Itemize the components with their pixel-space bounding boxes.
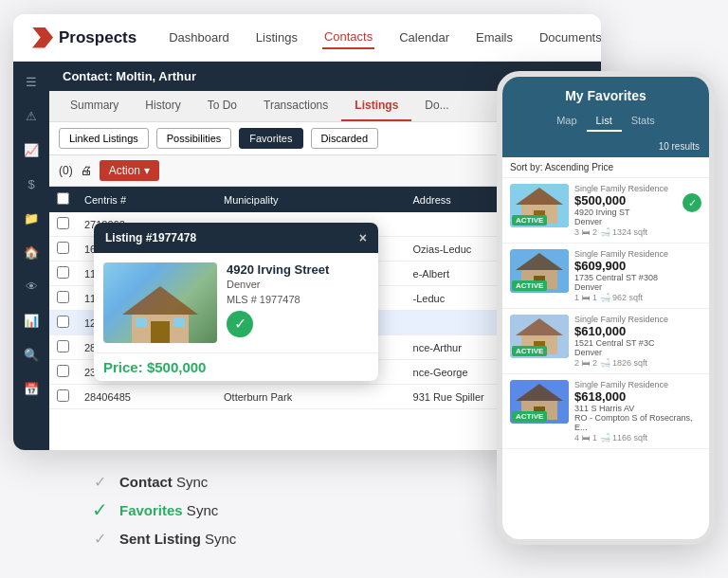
listing-city: Denver — [574, 217, 677, 226]
mobile-listing-item[interactable]: ACTIVE Single Family Residence $618,000 … — [502, 374, 709, 449]
possibilities-button[interactable]: Possibilities — [156, 128, 231, 149]
sidebar-folder-icon[interactable]: 📁 — [21, 208, 42, 228]
action-label: Action — [109, 164, 140, 177]
dropdown-arrow-icon: ▾ — [144, 164, 150, 177]
sidebar-alert-icon[interactable]: ⚠ — [21, 105, 42, 126]
listing-city: RO - Compton S of Rosecrans, E... — [574, 413, 701, 432]
sync-contact-item: ✓ Contact Sync — [89, 471, 236, 492]
mobile-tab-map[interactable]: Map — [547, 111, 586, 132]
popup-city: Denver — [227, 279, 369, 290]
mobile-listing-item[interactable]: ACTIVE Single Family Residence $610,000 … — [502, 309, 709, 374]
favorites-sync-check-icon: ✓ — [89, 499, 110, 520]
nav-dashboard[interactable]: Dashboard — [167, 27, 231, 48]
top-nav: Prospects Dashboard Listings Contacts Ca… — [13, 14, 601, 62]
favorites-button[interactable]: Favorites — [239, 128, 302, 149]
listing-price: $500,000 — [574, 193, 677, 208]
select-all-checkbox[interactable] — [57, 192, 69, 205]
sidebar-chart-icon[interactable]: 📈 — [21, 139, 42, 160]
sidebar-stats-icon[interactable]: 📊 — [21, 310, 42, 331]
nav-emails[interactable]: Emails — [474, 27, 515, 48]
listing-address: 1521 Central ST #3C — [574, 338, 701, 348]
popup-checkmark-icon: ✓ — [227, 311, 253, 337]
sidebar-calendar-icon[interactable]: 📅 — [21, 378, 42, 399]
contact-sync-check-icon: ✓ — [89, 471, 110, 492]
logo-icon — [32, 27, 53, 48]
listing-type: Single Family Residence — [574, 380, 701, 389]
action-dropdown-button[interactable]: Action ▾ — [100, 160, 159, 181]
sidebar-home-icon[interactable]: 🏠 — [21, 242, 42, 262]
price-label: Price: — [103, 359, 143, 375]
nav-documents[interactable]: Documents — [537, 27, 601, 48]
active-status-badge: ACTIVE — [512, 280, 547, 291]
mobile-listing-info: Single Family Residence $618,000 311 S H… — [574, 380, 701, 443]
svg-rect-4 — [173, 317, 185, 327]
mobile-listing-info: Single Family Residence $609,900 1735 Ce… — [574, 249, 701, 302]
listing-specs: 3 🛏 2 🛁 1324 sqft — [574, 227, 677, 237]
sent-listing-sync-check-icon: ✓ — [89, 528, 110, 549]
row-checkbox[interactable] — [57, 217, 69, 229]
row-checkbox[interactable] — [57, 266, 69, 279]
row-checkbox[interactable] — [57, 291, 69, 303]
mobile-listing-item[interactable]: ACTIVE Single Family Residence $500,000 … — [502, 178, 709, 244]
popup-info: 4920 Irving Street Denver MLS # 1977478 … — [227, 262, 369, 337]
sync-sent-listing-label: Sent Listing Sync — [119, 531, 236, 547]
print-icon[interactable]: 🖨 — [81, 164, 92, 177]
price-value: $500,000 — [147, 359, 207, 375]
listing-type: Single Family Residence — [574, 315, 701, 324]
mobile-sort[interactable]: Sort by: Ascending Price — [502, 157, 709, 178]
nav-listings[interactable]: Listings — [254, 27, 300, 48]
tab-todo[interactable]: To Do — [194, 91, 250, 121]
select-count: (0) — [59, 164, 73, 177]
listing-specs: 4 🛏 1 🛁 1166 sqft — [574, 433, 701, 443]
row-checkbox[interactable] — [57, 389, 69, 402]
mobile-listing-info: Single Family Residence $610,000 1521 Ce… — [574, 315, 701, 368]
popup-close-button[interactable]: × — [359, 230, 367, 245]
mobile-tab-stats[interactable]: Stats — [622, 111, 664, 132]
centris-cell: 28406485 — [77, 385, 216, 409]
mobile-listing-info: Single Family Residence $500,000 4920 Ir… — [574, 184, 677, 237]
listing-type: Single Family Residence — [574, 184, 677, 193]
listing-checkmark-icon: ✓ — [682, 193, 701, 212]
sync-contact-label: Contact Sync — [119, 474, 208, 490]
row-checkbox[interactable] — [57, 316, 69, 328]
tab-transactions[interactable]: Transactions — [250, 91, 341, 121]
listing-specs: 1 🛏 1 🛁 962 sqft — [574, 293, 701, 302]
nav-calendar[interactable]: Calendar — [397, 27, 451, 48]
svg-rect-3 — [136, 317, 147, 327]
linked-listings-button[interactable]: Linked Listings — [59, 128, 149, 149]
row-checkbox[interactable] — [57, 365, 69, 377]
mobile-listing-image: ACTIVE — [510, 315, 569, 358]
listing-city: Denver — [574, 282, 701, 292]
row-checkbox[interactable] — [57, 340, 69, 352]
listing-address: 4920 Irving ST — [574, 208, 677, 217]
sync-section: ✓ Contact Sync ✓ Favorites Sync ✓ Sent L… — [89, 456, 236, 564]
tab-summary[interactable]: Summary — [57, 91, 132, 121]
listing-address: 311 S Harris AV — [574, 404, 701, 413]
tab-listings[interactable]: Listings — [341, 91, 411, 121]
sidebar-menu-icon[interactable]: ☰ — [21, 71, 42, 92]
sidebar-eye-icon[interactable]: 👁 — [21, 276, 42, 297]
mobile-tab-list[interactable]: List — [587, 111, 622, 132]
popup-listing-image — [103, 262, 217, 343]
svg-marker-0 — [122, 286, 198, 315]
sync-sent-listing-item: ✓ Sent Listing Sync — [89, 528, 236, 549]
discarded-button[interactable]: Discarded — [311, 128, 379, 149]
mobile-header: My Favorites — [502, 77, 709, 111]
sidebar-search-icon[interactable]: 🔍 — [21, 344, 42, 365]
popup-title: Listing #1977478 — [105, 231, 196, 244]
logo-area: Prospects — [32, 27, 136, 48]
mobile-listing-item[interactable]: ACTIVE Single Family Residence $609,900 … — [502, 244, 709, 309]
svg-rect-2 — [151, 321, 170, 343]
listing-address: 1735 Central ST #308 — [574, 273, 701, 282]
row-checkbox[interactable] — [57, 242, 69, 254]
nav-contacts[interactable]: Contacts — [322, 26, 374, 49]
table-header-centris: Centris # — [77, 187, 216, 212]
sidebar-dollar-icon[interactable]: $ — [21, 173, 42, 194]
listing-price: $610,000 — [574, 324, 701, 338]
mobile-tabs: Map List Stats — [502, 111, 709, 139]
table-header-check — [49, 187, 77, 212]
listing-popup: Listing #1977478 × 4920 Irving Street De… — [94, 223, 378, 381]
tab-do[interactable]: Do... — [411, 91, 462, 121]
listing-specs: 2 🛏 2 🛁 1826 sqft — [574, 358, 701, 368]
tab-history[interactable]: History — [132, 91, 193, 121]
